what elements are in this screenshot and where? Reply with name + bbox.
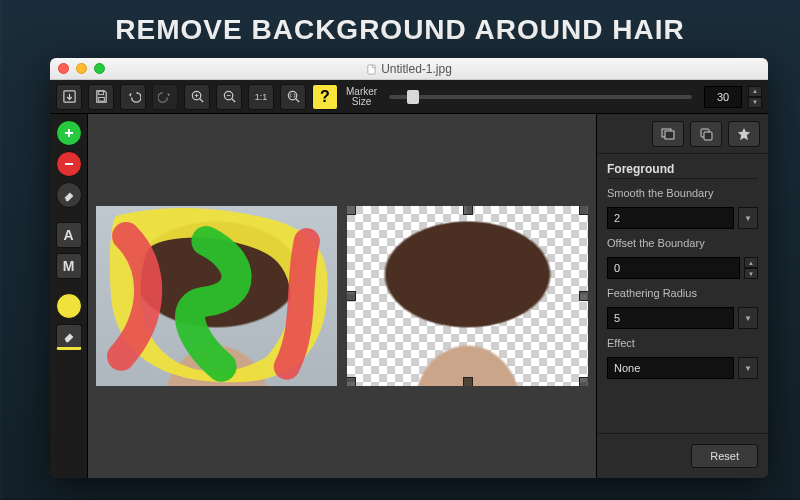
top-toolbar: 1:1 ? Marker Size 30 ▲ ▼: [50, 80, 768, 114]
close-window-button[interactable]: [58, 63, 69, 74]
settings-panel: Foreground Smooth the Boundary 2 ▼ Offse…: [596, 114, 768, 478]
crop-handle-nw[interactable]: [347, 206, 356, 215]
star-icon: [736, 127, 752, 141]
svg-rect-3: [98, 97, 104, 101]
layers-tab[interactable]: [652, 121, 684, 147]
minimize-window-button[interactable]: [76, 63, 87, 74]
svg-line-5: [199, 99, 202, 102]
offset-boundary-stepper: ▲ ▼: [744, 257, 758, 279]
result-canvas[interactable]: [347, 206, 588, 387]
titlebar: Untitled-1.jpg: [50, 58, 768, 80]
effect-select[interactable]: None: [607, 357, 734, 379]
result-photo: [347, 206, 588, 387]
eraser-tool[interactable]: [56, 182, 82, 208]
document-icon: [366, 64, 377, 75]
zoom-fit-button[interactable]: [280, 84, 306, 110]
crop-handle-n[interactable]: [463, 206, 473, 215]
window-body: A M: [50, 114, 768, 478]
offset-boundary-input[interactable]: 0: [607, 257, 740, 279]
plus-icon: [63, 127, 75, 139]
fullscreen-window-button[interactable]: [94, 63, 105, 74]
smooth-boundary-label: Smooth the Boundary: [607, 187, 758, 199]
feather-radius-input[interactable]: 5: [607, 307, 734, 329]
crop-handle-ne[interactable]: [579, 206, 588, 215]
svg-line-12: [295, 99, 298, 102]
save-icon: [94, 89, 109, 104]
copies-icon: [698, 127, 714, 141]
reset-button[interactable]: Reset: [691, 444, 758, 468]
marker-size-label: Marker Size: [346, 87, 377, 107]
tool-palette: A M: [50, 114, 88, 478]
marker-size-slider[interactable]: [389, 95, 692, 99]
minus-icon: [63, 158, 75, 170]
foreground-section-title: Foreground: [607, 162, 758, 179]
offset-boundary-label: Offset the Boundary: [607, 237, 758, 249]
source-canvas[interactable]: [96, 206, 337, 387]
auto-mode-tool[interactable]: A: [56, 222, 82, 248]
stepper-down[interactable]: ▼: [748, 97, 762, 108]
zoom-fit-icon: [286, 89, 301, 104]
panel-tabs: [597, 114, 768, 154]
crop-handle-se[interactable]: [579, 377, 588, 386]
save-button[interactable]: [88, 84, 114, 110]
redo-button[interactable]: [152, 84, 178, 110]
smooth-boundary-input[interactable]: 2: [607, 207, 734, 229]
panel-body: Foreground Smooth the Boundary 2 ▼ Offse…: [597, 154, 768, 433]
feather-radius-label: Feathering Radius: [607, 287, 758, 299]
svg-rect-0: [368, 64, 375, 73]
svg-rect-17: [665, 131, 674, 139]
undo-button[interactable]: [120, 84, 146, 110]
svg-point-11: [288, 91, 296, 99]
layers-icon: [660, 127, 676, 141]
svg-line-9: [231, 99, 234, 102]
app-window: Untitled-1.jpg 1:1 ? Marker Size: [50, 58, 768, 478]
smooth-boundary-dropdown[interactable]: ▼: [738, 207, 758, 229]
refine-eraser-tool[interactable]: [56, 324, 82, 350]
effect-dropdown[interactable]: ▼: [738, 357, 758, 379]
redo-icon: [158, 89, 173, 104]
favorites-tab[interactable]: [728, 121, 760, 147]
crop-handle-s[interactable]: [463, 377, 473, 386]
crop-handle-w[interactable]: [347, 291, 356, 301]
effect-label: Effect: [607, 337, 758, 349]
zoom-out-button[interactable]: [216, 84, 242, 110]
copies-tab[interactable]: [690, 121, 722, 147]
feather-radius-dropdown[interactable]: ▼: [738, 307, 758, 329]
zoom-in-icon: [190, 89, 205, 104]
undo-icon: [126, 89, 141, 104]
panel-footer: Reset: [597, 433, 768, 478]
crop-handle-e[interactable]: [579, 291, 588, 301]
manual-mode-tool[interactable]: M: [56, 253, 82, 279]
zoom-out-icon: [222, 89, 237, 104]
eraser-icon: [62, 329, 76, 343]
marker-size-value[interactable]: 30: [704, 86, 742, 108]
mark-background-tool[interactable]: [56, 151, 82, 177]
open-button[interactable]: [56, 84, 82, 110]
marker-overlay: [96, 206, 337, 387]
zoom-actual-button[interactable]: 1:1: [248, 84, 274, 110]
zoom-in-button[interactable]: [184, 84, 210, 110]
open-icon: [62, 89, 77, 104]
window-title: Untitled-1.jpg: [50, 62, 768, 76]
crop-handle-sw[interactable]: [347, 377, 356, 386]
hero-headline: REMOVE BACKGROUND AROUND HAIR: [0, 0, 800, 56]
refine-hair-tool[interactable]: [56, 293, 82, 319]
canvas-area: [88, 114, 596, 478]
stepper-up[interactable]: ▲: [748, 86, 762, 97]
slider-thumb[interactable]: [407, 90, 419, 104]
svg-rect-19: [704, 132, 712, 140]
help-button[interactable]: ?: [312, 84, 338, 110]
traffic-lights: [58, 63, 105, 74]
offset-stepper-up[interactable]: ▲: [744, 257, 758, 268]
eraser-icon: [62, 188, 76, 202]
mark-foreground-tool[interactable]: [56, 120, 82, 146]
offset-stepper-down[interactable]: ▼: [744, 268, 758, 279]
marker-size-stepper: ▲ ▼: [748, 86, 762, 108]
